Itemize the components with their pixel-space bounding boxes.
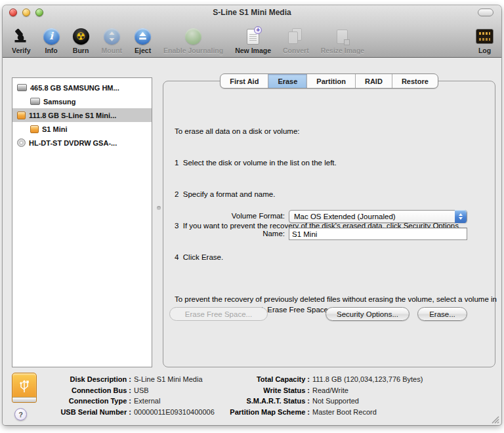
disk-utility-window: S-Line S1 Mini Media Verify i Info ☢ Bur… xyxy=(3,5,501,425)
toolbar-item-resize-image: Resize Image xyxy=(321,28,365,54)
info-row: USB Serial Number :00000011E09310400006 xyxy=(33,407,215,418)
erase-free-space-button: Erase Free Space... xyxy=(169,307,268,321)
dropdown-stepper-icon xyxy=(455,210,467,223)
volume-format-select[interactable]: Mac OS Extended (Journaled) xyxy=(289,210,467,223)
burn-icon: ☢ xyxy=(72,28,90,45)
toolbar: Verify i Info ☢ Burn Mount Eject xyxy=(3,20,501,57)
tab-bar: First Aid Erase Partition RAID Restore xyxy=(163,73,495,89)
internal-disk-icon xyxy=(17,84,27,91)
name-label: Name: xyxy=(175,230,285,237)
tab-erase[interactable]: Erase xyxy=(268,74,307,88)
device-list: 465.8 GB SAMSUNG HM... Samsung 111.8 GB … xyxy=(12,77,152,367)
toolbar-item-info[interactable]: i Info xyxy=(43,28,60,54)
tab-raid[interactable]: RAID xyxy=(356,74,392,88)
info-row: Connection Type :External xyxy=(33,396,215,407)
tab-first-aid[interactable]: First Aid xyxy=(220,74,268,88)
help-button[interactable]: ? xyxy=(14,408,27,421)
instruction-step: 4 Click Erase. xyxy=(175,252,497,262)
info-row: Write Status :Read/Write xyxy=(211,385,423,396)
external-disk-icon xyxy=(17,112,26,119)
disk-info-right: Total Capacity :111.8 GB (120,034,123,77… xyxy=(211,374,423,417)
info-icon: i xyxy=(43,28,60,45)
external-disk-icon xyxy=(30,125,39,133)
instruction-step: 2 Specify a format and name. xyxy=(175,189,497,199)
toolbar-item-convert[interactable]: Convert xyxy=(283,28,309,54)
name-input[interactable] xyxy=(289,228,467,240)
toolbar-toggle-button[interactable] xyxy=(478,9,494,16)
pane-divider-dimple[interactable] xyxy=(157,206,161,210)
internal-disk-icon xyxy=(30,98,40,105)
info-row: Disk Description :S-Line S1 Mini Media xyxy=(33,374,215,385)
toolbar-item-burn[interactable]: ☢ Burn xyxy=(72,28,90,54)
log-icon xyxy=(476,28,494,45)
device-row-s1-mini-volume[interactable]: S1 Mini xyxy=(12,122,152,136)
info-row: S.M.A.R.T. Status :Not Supported xyxy=(211,396,423,407)
disk-info-left: Disk Description :S-Line S1 Mini Media C… xyxy=(33,374,215,417)
optical-drive-icon xyxy=(17,138,26,147)
toolbar-item-verify[interactable]: Verify xyxy=(12,28,31,54)
erase-button[interactable]: Erase... xyxy=(417,307,467,321)
device-row-samsung-volume[interactable]: Samsung xyxy=(12,94,152,108)
mount-icon xyxy=(103,28,121,45)
device-row-dvd-drive[interactable]: HL-DT-ST DVDRW GSA-... xyxy=(12,136,152,150)
tab-partition[interactable]: Partition xyxy=(307,74,356,88)
device-row-samsung-disk[interactable]: 465.8 GB SAMSUNG HM... xyxy=(12,81,152,94)
instructions-intro: To erase all data on a disk or volume: xyxy=(175,126,497,136)
toolbar-item-enable-journaling: Enable Journaling xyxy=(163,28,223,54)
eject-icon xyxy=(134,28,152,45)
toolbar-item-eject[interactable]: Eject xyxy=(134,28,152,54)
toolbar-item-new-image[interactable]: + New Image xyxy=(235,28,271,54)
convert-icon xyxy=(287,28,304,45)
titlebar[interactable]: S-Line S1 Mini Media xyxy=(3,5,501,20)
volume-format-label: Volume Format: xyxy=(175,212,285,220)
window-title: S-Line S1 Mini Media xyxy=(3,8,501,17)
journaling-icon xyxy=(184,28,202,45)
window-chrome: S-Line S1 Mini Media Verify i Info ☢ Bur… xyxy=(3,5,501,58)
device-row-sline-disk[interactable]: 111.8 GB S-Line S1 Mini... xyxy=(12,108,152,122)
resize-image-icon xyxy=(333,28,351,45)
resize-grip[interactable] xyxy=(490,415,499,424)
instruction-step: 1 Select the disk or volume in the list … xyxy=(175,157,497,168)
toolbar-item-mount: Mount xyxy=(102,28,123,54)
new-image-icon: + xyxy=(244,28,262,45)
security-options-button[interactable]: Security Options... xyxy=(326,307,410,321)
info-row: Connection Bus :USB xyxy=(33,385,215,396)
info-row: Total Capacity :111.8 GB (120,034,123,77… xyxy=(211,374,423,385)
tab-restore[interactable]: Restore xyxy=(392,74,438,88)
info-row: Partition Map Scheme :Master Boot Record xyxy=(211,407,423,418)
microscope-icon xyxy=(12,28,30,45)
toolbar-item-log[interactable]: Log xyxy=(476,28,494,54)
